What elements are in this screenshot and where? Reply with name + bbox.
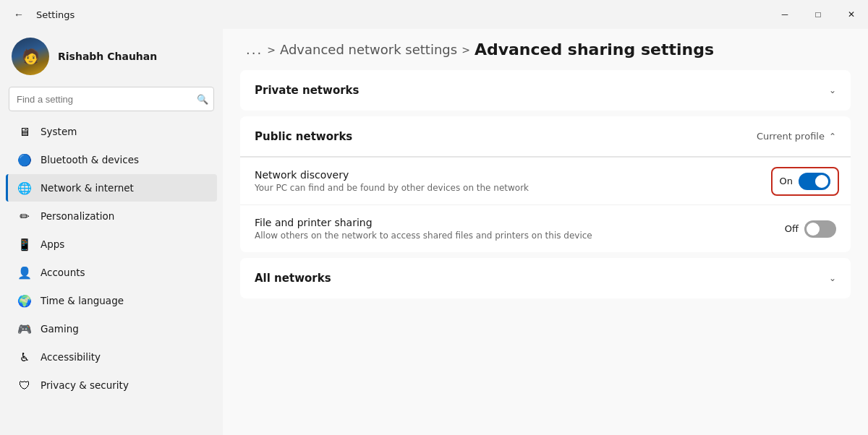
accessibility-icon: ♿ [17, 350, 32, 364]
breadcrumb-dots[interactable]: ... [246, 42, 263, 57]
sidebar-item-bluetooth[interactable]: 🔵 Bluetooth & devices [6, 146, 217, 173]
current-profile-group: Current profile ⌃ [757, 131, 836, 142]
network-discovery-info: Network discovery Your PC can find and b… [255, 169, 774, 193]
maximize-button[interactable]: □ [801, 0, 835, 29]
private-networks-chevron: ⌄ [829, 85, 836, 95]
network-discovery-toggle-thumb [815, 175, 828, 188]
avatar: 🧑 [12, 38, 49, 75]
sidebar-item-label-accounts: Accounts [41, 267, 85, 278]
private-networks-title: Private networks [255, 84, 359, 97]
sidebar-item-label-personalization: Personalization [41, 210, 114, 222]
all-networks-chevron: ⌄ [829, 273, 836, 283]
network-discovery-status: On [780, 176, 793, 186]
sidebar-item-label-time: Time & language [41, 295, 124, 306]
time-icon: 🌍 [17, 293, 32, 308]
privacy-icon: 🛡 [17, 378, 32, 392]
file-sharing-control: Off [785, 220, 836, 238]
file-sharing-info: File and printer sharing Allow others on… [255, 217, 785, 241]
sidebar-item-accessibility[interactable]: ♿ Accessibility [6, 343, 217, 371]
apps-icon: 📱 [17, 237, 32, 251]
content-area: ... > Advanced network settings > Advanc… [223, 29, 868, 435]
sidebar-item-label-apps: Apps [41, 238, 64, 250]
gaming-icon: 🎮 [17, 322, 32, 336]
network-discovery-toggle[interactable] [799, 173, 830, 190]
titlebar: ← Settings ─ □ ✕ [0, 0, 868, 29]
network-icon: 🌐 [17, 181, 32, 195]
bluetooth-icon: 🔵 [17, 152, 32, 167]
sidebar-item-gaming[interactable]: 🎮 Gaming [6, 315, 217, 343]
sidebar: 🧑 Rishabh Chauhan 🔍 🖥 System 🔵 Bluetooth… [0, 29, 223, 435]
all-networks-header[interactable]: All networks ⌄ [240, 258, 851, 298]
file-sharing-toggle-thumb [807, 223, 820, 236]
network-discovery-desc: Your PC can find and be found by other d… [255, 183, 774, 193]
public-networks-section: Public networks Current profile ⌃ Networ… [240, 116, 851, 252]
file-sharing-name: File and printer sharing [255, 217, 785, 228]
accounts-icon: 👤 [17, 265, 32, 280]
breadcrumb-sep2: > [461, 44, 470, 56]
sidebar-item-label-bluetooth: Bluetooth & devices [41, 154, 139, 165]
file-sharing-desc: Allow others on the network to access sh… [255, 231, 785, 241]
file-sharing-row: File and printer sharing Allow others on… [240, 205, 851, 252]
minimize-button[interactable]: ─ [768, 0, 801, 29]
sidebar-item-time[interactable]: 🌍 Time & language [6, 287, 217, 314]
public-networks-header[interactable]: Public networks Current profile ⌃ [240, 116, 851, 157]
private-networks-header[interactable]: Private networks ⌄ [240, 70, 851, 111]
sidebar-item-label-network: Network & internet [41, 182, 134, 194]
sidebar-item-label-gaming: Gaming [41, 323, 79, 335]
sidebar-item-accounts[interactable]: 👤 Accounts [6, 259, 217, 286]
breadcrumb-sep1: > [267, 44, 276, 56]
personalization-icon: ✏️ [17, 209, 32, 223]
public-networks-title: Public networks [255, 130, 352, 143]
search-box: 🔍 [9, 87, 214, 111]
public-networks-chevron: ⌃ [829, 132, 836, 142]
titlebar-left: ← Settings [9, 4, 75, 25]
sidebar-nav: 🖥 System 🔵 Bluetooth & devices 🌐 Network… [0, 117, 223, 400]
titlebar-title: Settings [36, 9, 75, 20]
network-discovery-name: Network discovery [255, 169, 774, 181]
sidebar-item-label-system: System [41, 126, 77, 137]
back-button[interactable]: ← [9, 4, 29, 25]
close-button[interactable]: ✕ [835, 0, 868, 29]
sidebar-item-privacy[interactable]: 🛡 Privacy & security [6, 371, 217, 399]
private-networks-section: Private networks ⌄ [240, 70, 851, 111]
network-discovery-row: Network discovery Your PC can find and b… [240, 158, 851, 205]
file-sharing-status: Off [785, 223, 799, 234]
search-input[interactable] [9, 87, 214, 111]
main-layout: 🧑 Rishabh Chauhan 🔍 🖥 System 🔵 Bluetooth… [0, 29, 868, 435]
all-networks-title: All networks [255, 272, 331, 285]
breadcrumb: ... > Advanced network settings > Advanc… [223, 29, 868, 67]
breadcrumb-parent[interactable]: Advanced network settings [280, 42, 457, 57]
sidebar-item-label-privacy: Privacy & security [41, 379, 129, 391]
all-networks-section: All networks ⌄ [240, 258, 851, 298]
system-icon: 🖥 [17, 124, 32, 139]
current-profile-label: Current profile [757, 131, 825, 142]
sidebar-item-apps[interactable]: 📱 Apps [6, 231, 217, 258]
user-profile: 🧑 Rishabh Chauhan [0, 29, 223, 87]
sidebar-item-personalization[interactable]: ✏️ Personalization [6, 202, 217, 230]
titlebar-controls: ─ □ ✕ [768, 0, 868, 29]
avatar-image: 🧑 [12, 38, 49, 75]
user-name: Rishabh Chauhan [58, 51, 157, 62]
sidebar-item-label-accessibility: Accessibility [41, 351, 101, 363]
breadcrumb-current: Advanced sharing settings [475, 40, 714, 59]
public-networks-body: Network discovery Your PC can find and b… [240, 157, 851, 252]
sidebar-item-network[interactable]: 🌐 Network & internet [6, 174, 217, 202]
file-sharing-toggle[interactable] [804, 220, 836, 238]
network-discovery-control: On [774, 170, 836, 193]
sidebar-item-system[interactable]: 🖥 System [6, 118, 217, 145]
search-icon: 🔍 [197, 94, 208, 105]
